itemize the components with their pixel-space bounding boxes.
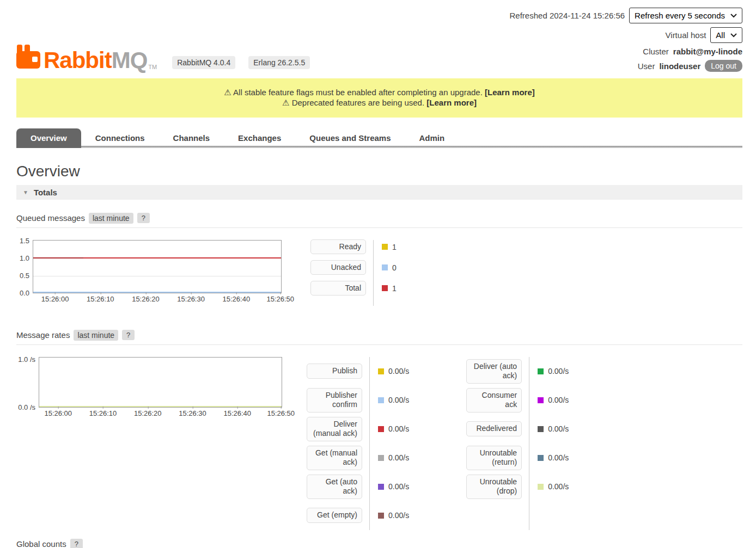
queued-chart-plot-area (33, 240, 282, 293)
tab-exchanges[interactable]: Exchanges (224, 128, 295, 148)
consumer-ack-rate-value: 0.00/s (548, 396, 569, 404)
get-manual-rate-value: 0.00/s (388, 453, 409, 462)
brand-wordmark: RabbitMQ (44, 49, 147, 72)
deprecated-learn-more-link[interactable]: [Learn more] (426, 98, 477, 107)
y-tick: 1.0 (20, 254, 29, 262)
rates-chart-y-axis: 1.0 /s 0.0 /s (16, 357, 39, 408)
totals-label: Totals (34, 188, 57, 197)
legend-deliver-auto-button[interactable]: Deliver (auto ack) (466, 359, 522, 384)
username: linodeuser (659, 61, 700, 71)
virtual-host-select[interactable]: All (710, 27, 742, 43)
unacked-color-swatch (382, 264, 388, 270)
main-nav-tabs: Overview Connections Channels Exchanges … (16, 128, 742, 148)
deprecated-warning-text: ⚠ Deprecated features are being used. (282, 98, 424, 107)
redelivered-color-swatch (538, 426, 544, 432)
total-ready-overlap-segment (33, 257, 83, 258)
get-auto-color-swatch (378, 484, 384, 490)
unacked-value: 0 (392, 263, 397, 272)
x-tick: 15:26:50 (267, 409, 295, 417)
get-empty-rate-value: 0.00/s (388, 511, 409, 520)
queued-messages-heading: Queued messages last minute ? (16, 213, 742, 228)
logo-block: RabbitMQ TM RabbitMQ 4.0.4 Erlang 26.2.5… (16, 8, 310, 72)
user-label: User (638, 61, 655, 71)
y-tick: 1.0 /s (18, 355, 35, 363)
rates-help-icon[interactable]: ? (122, 330, 135, 340)
legend-consumer-ack-button[interactable]: Consumer ack (466, 388, 522, 412)
x-tick: 15:26:30 (179, 409, 206, 417)
y-tick: 1.5 (20, 236, 29, 244)
legend-redelivered-button[interactable]: Redelivered (466, 421, 522, 436)
global-counts-help-icon[interactable]: ? (70, 539, 83, 548)
message-rates-heading: Message rates last minute ? (16, 330, 742, 345)
rates-range-badge[interactable]: last minute (74, 330, 118, 341)
unroutable-return-rate-value: 0.00/s (548, 453, 569, 462)
header: RabbitMQ TM RabbitMQ 4.0.4 Erlang 26.2.5… (16, 0, 742, 72)
x-tick: 15:26:30 (177, 295, 205, 303)
x-tick: 15:26:40 (223, 295, 251, 303)
queued-chart-x-axis: 15:26:00 15:26:10 15:26:20 15:26:30 15:2… (33, 295, 282, 306)
tab-queues-and-streams[interactable]: Queues and Streams (295, 128, 405, 148)
feature-flags-learn-more-link[interactable]: [Learn more] (485, 88, 535, 97)
rabbitmq-version-badge: RabbitMQ 4.0.4 (172, 56, 235, 69)
unroutable-drop-rate-value: 0.00/s (548, 482, 569, 491)
refresh-interval-select[interactable]: Refresh every 5 seconds (629, 8, 742, 23)
tab-overview[interactable]: Overview (16, 128, 81, 148)
rates-legend-right: Deliver (auto ack) Consumer ack Redelive… (466, 357, 569, 530)
cluster-name: rabbit@my-linode (673, 47, 742, 56)
legend-total-button[interactable]: Total (310, 281, 366, 296)
warning-banner: ⚠ All stable feature flags must be enabl… (16, 78, 742, 118)
deliver-auto-rate-value: 0.00/s (548, 367, 569, 375)
publish-rate-value: 0.00/s (388, 367, 409, 375)
queued-messages-chart: 1.5 1.0 0.5 0.0 15:26:00 15:26:10 15:26:… (16, 240, 282, 306)
deliver-manual-color-swatch (378, 426, 384, 432)
collapse-triangle-icon: ▼ (23, 189, 28, 195)
rates-chart-plot-area (39, 357, 282, 408)
unroutable-drop-color-swatch (538, 484, 544, 490)
rates-legend-left: Publish Publisher confirm Deliver (manua… (307, 357, 409, 530)
global-counts-heading: Global counts ? (16, 539, 742, 548)
cluster-label: Cluster (643, 47, 669, 56)
get-auto-rate-value: 0.00/s (388, 482, 409, 491)
get-empty-color-swatch (378, 513, 384, 519)
ready-color-swatch (382, 244, 388, 250)
legend-get-manual-button[interactable]: Get (manual ack) (307, 446, 362, 470)
logout-button[interactable]: Log out (705, 60, 742, 72)
x-tick: 15:26:20 (132, 295, 160, 303)
x-tick: 15:26:50 (266, 295, 294, 303)
queued-range-badge[interactable]: last minute (89, 213, 133, 224)
y-tick: 0.5 (20, 271, 29, 279)
rabbitmq-management-page: RabbitMQ TM RabbitMQ 4.0.4 Erlang 26.2.5… (0, 0, 756, 548)
legend-publisher-confirm-button[interactable]: Publisher confirm (307, 388, 362, 412)
legend-unroutable-return-button[interactable]: Unroutable (return) (466, 446, 522, 470)
legend-get-empty-button[interactable]: Get (empty) (307, 508, 362, 523)
erlang-version-badge: Erlang 26.2.5.5 (248, 56, 310, 69)
consumer-ack-color-swatch (538, 397, 544, 403)
queued-chart-y-axis: 1.5 1.0 0.5 0.0 (16, 240, 33, 293)
header-right: Refreshed 2024-11-24 15:26:56 Refresh ev… (510, 8, 742, 72)
totals-section-toggle[interactable]: ▼ Totals (16, 185, 742, 200)
x-tick: 15:26:20 (134, 409, 162, 417)
legend-ready-button[interactable]: Ready (310, 239, 366, 255)
queued-help-icon[interactable]: ? (137, 213, 150, 223)
virtual-host-label: Virtual host (666, 30, 706, 40)
tab-admin[interactable]: Admin (405, 128, 459, 148)
zero-rate-baseline (39, 406, 282, 407)
legend-unacked-button[interactable]: Unacked (310, 260, 366, 275)
unacked-series-line (33, 292, 281, 293)
rabbitmq-logo-link[interactable]: RabbitMQ TM (16, 45, 157, 72)
tab-channels[interactable]: Channels (159, 128, 224, 148)
legend-unroutable-drop-button[interactable]: Unroutable (drop) (466, 475, 522, 499)
rates-chart-x-axis: 15:26:00 15:26:10 15:26:20 15:26:30 15:2… (39, 409, 282, 420)
legend-publish-button[interactable]: Publish (307, 364, 362, 379)
tab-connections[interactable]: Connections (81, 128, 159, 148)
total-color-swatch (382, 285, 388, 291)
gridline (33, 276, 281, 276)
version-badges: RabbitMQ 4.0.4 Erlang 26.2.5.5 (172, 56, 310, 72)
ready-value: 1 (392, 243, 397, 251)
rates-chart-zone: 1.0 /s 0.0 /s 15:26:00 15:26:10 15:26:20… (16, 357, 742, 530)
legend-deliver-manual-button[interactable]: Deliver (manual ack) (307, 417, 362, 441)
x-tick: 15:26:00 (41, 295, 69, 303)
legend-get-auto-button[interactable]: Get (auto ack) (307, 475, 362, 499)
chevron-down-icon (730, 33, 737, 38)
chevron-down-icon (730, 14, 737, 18)
